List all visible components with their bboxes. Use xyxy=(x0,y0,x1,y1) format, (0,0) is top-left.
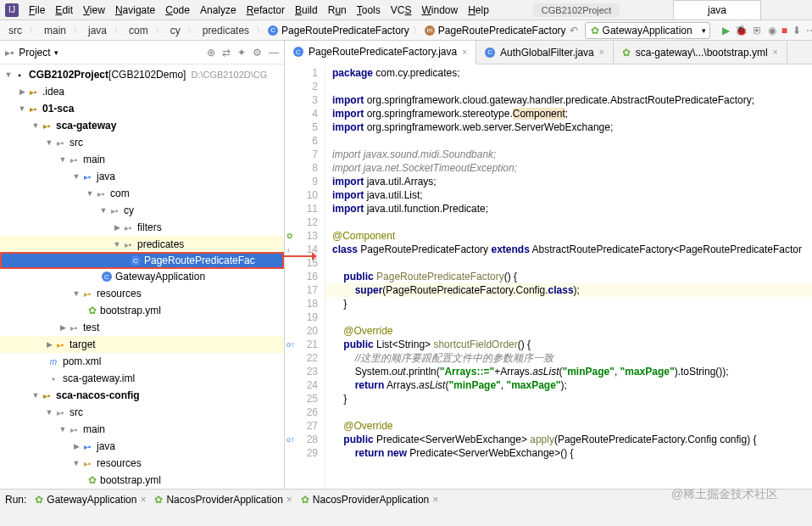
folder-icon: ▸▪ xyxy=(54,137,66,148)
spring-file-icon: ✿ xyxy=(88,305,97,316)
module-icon: ▸▪ xyxy=(41,389,53,401)
expand-icon[interactable]: ⇄ xyxy=(222,47,231,59)
tree-gwapp[interactable]: CGatewayApplication xyxy=(0,268,284,285)
float-tooltip: java xyxy=(673,0,761,20)
close-icon[interactable]: × xyxy=(432,494,438,506)
folder-icon: ▸▪ xyxy=(68,154,80,165)
tree-src2[interactable]: ▸▪src xyxy=(0,404,284,421)
menu-navigate[interactable]: Navigate xyxy=(115,4,155,16)
coverage-icon[interactable]: ⛨ xyxy=(753,25,763,36)
bc-class[interactable]: CPageRoutePredicateFactory xyxy=(268,25,409,36)
menu-build[interactable]: Build xyxy=(295,4,318,16)
close-icon[interactable]: × xyxy=(462,48,467,57)
stop-icon[interactable]: ■ xyxy=(781,25,787,36)
run-icon[interactable]: ▶ xyxy=(722,25,730,36)
tree-idea[interactable]: ▸▪.idea xyxy=(0,83,284,100)
close-icon[interactable]: × xyxy=(773,48,778,57)
run-tab-1[interactable]: ✿GatewayApplication× xyxy=(35,494,146,506)
collapse-icon[interactable]: ✦ xyxy=(237,47,246,59)
folder-icon: ▸▪ xyxy=(68,423,80,435)
breadcrumb-bar: src〉 main〉 java〉 com〉 cy〉 predicates〉 CP… xyxy=(0,20,812,41)
select-opened-icon[interactable]: ⊕ xyxy=(207,47,215,59)
package-icon: ▸▪ xyxy=(108,204,120,216)
menu-edit[interactable]: Edit xyxy=(55,4,73,16)
tree-iml[interactable]: ▪sca-gateway.iml xyxy=(0,370,284,387)
close-icon[interactable]: × xyxy=(140,494,146,506)
run-config-combo[interactable]: ✿ GatewayApplication xyxy=(585,22,710,39)
close-icon[interactable]: × xyxy=(599,48,604,57)
project-tree[interactable]: ▪CGB2102Project [CGB2102Demo]D:\CGB2102D… xyxy=(0,64,284,489)
bc-main[interactable]: main xyxy=(41,23,70,38)
close-icon[interactable]: × xyxy=(286,494,292,506)
tree-gateway[interactable]: ▸▪sca-gateway xyxy=(0,117,284,134)
menu-analyze[interactable]: Analyze xyxy=(200,4,236,16)
method-icon: m xyxy=(425,25,435,36)
resources-icon: ▸▪ xyxy=(81,288,93,299)
bc-method[interactable]: mPageRoutePredicateFactory xyxy=(425,25,566,36)
watermark: @稀土掘金技术社区 xyxy=(671,487,778,502)
tree-resources2[interactable]: ▸▪resources xyxy=(0,455,284,472)
menu-view[interactable]: View xyxy=(83,4,105,16)
debug-icon[interactable]: 🐞 xyxy=(735,25,748,36)
code-content[interactable]: package com.cy.predicates;import org.spr… xyxy=(325,64,812,489)
menu-vcs[interactable]: VCS xyxy=(391,4,412,16)
tree-com[interactable]: ▸▪com xyxy=(0,185,284,202)
tree-java2[interactable]: ▸▪java xyxy=(0,438,284,455)
settings-icon[interactable]: ⚙ xyxy=(253,47,262,59)
menu-help[interactable]: Help xyxy=(468,4,489,16)
tree-bootstrap[interactable]: ✿bootstrap.yml xyxy=(0,302,284,319)
tree-sca[interactable]: ▸▪01-sca xyxy=(0,100,284,117)
class-icon: C xyxy=(102,271,112,282)
more-icon[interactable]: ⋯ xyxy=(806,25,812,36)
menu-run[interactable]: Run xyxy=(328,4,347,16)
tree-cy[interactable]: ▸▪cy xyxy=(0,202,284,219)
tree-predicates[interactable]: ▸▪predicates xyxy=(0,236,284,253)
package-icon: ▸▪ xyxy=(95,187,107,199)
tree-resources[interactable]: ▸▪resources xyxy=(0,285,284,302)
tree-nacos[interactable]: ▸▪sca-nacos-config xyxy=(0,387,284,404)
ide-logo-icon: IJ xyxy=(5,3,19,17)
tree-test[interactable]: ▸▪test xyxy=(0,319,284,336)
tree-bootstrap2[interactable]: ✿bootstrap.yml xyxy=(0,472,284,489)
bc-src[interactable]: src xyxy=(5,23,25,38)
menu-refactor[interactable]: Refactor xyxy=(247,4,285,16)
tree-main2[interactable]: ▸▪main xyxy=(0,421,284,438)
menu-window[interactable]: Window xyxy=(421,4,458,16)
profile-icon[interactable]: ◉ xyxy=(768,25,776,36)
menu-tools[interactable]: Tools xyxy=(357,4,381,16)
bc-predicates[interactable]: predicates xyxy=(199,23,253,38)
spring-icon: ✿ xyxy=(35,494,43,506)
spring-file-icon: ✿ xyxy=(622,47,631,59)
tab-factory[interactable]: CPageRoutePredicateFactory.java× xyxy=(285,41,476,64)
hide-icon[interactable]: — xyxy=(269,47,279,59)
source-folder-icon: ▸▪ xyxy=(81,440,93,452)
tree-target[interactable]: ▸▪target xyxy=(0,336,284,353)
tree-src[interactable]: ▸▪src xyxy=(0,134,284,151)
tab-filter[interactable]: CAuthGlobalFilter.java× xyxy=(476,41,614,64)
tree-root[interactable]: ▪CGB2102Project [CGB2102Demo]D:\CGB2102D… xyxy=(0,66,284,83)
tree-main[interactable]: ▸▪main xyxy=(0,151,284,168)
run-tab-2[interactable]: ✿NacosProviderApplication× xyxy=(154,494,292,506)
folder-icon: ▸▪ xyxy=(27,86,39,98)
bc-java[interactable]: java xyxy=(85,23,110,38)
tree-java[interactable]: ▸▪java xyxy=(0,168,284,185)
gutter[interactable]: 123456789101112✿13↓14151617181920o↑21222… xyxy=(285,64,325,489)
recent-project-tab[interactable]: CGB2102Project xyxy=(533,3,620,17)
menu-file[interactable]: FFileile xyxy=(29,4,45,16)
back-icon[interactable]: ↶ xyxy=(570,25,578,36)
bc-com[interactable]: com xyxy=(125,23,152,38)
git-icon[interactable]: ⬇ xyxy=(793,25,801,36)
project-sidebar: ▸▪ Project ▾ ⊕ ⇄ ✦ ⚙ — ▪CGB2102Project [… xyxy=(0,41,285,489)
tab-yml[interactable]: ✿sca-gateway\...\bootstrap.yml× xyxy=(614,41,787,64)
menu-code[interactable]: Code xyxy=(165,4,190,16)
tree-filters[interactable]: ▸▪filters xyxy=(0,219,284,236)
editor-tabs: CPageRoutePredicateFactory.java× CAuthGl… xyxy=(285,41,812,64)
tree-pom[interactable]: mpom.xml xyxy=(0,353,284,370)
run-tab-3[interactable]: ✿NacosProviderApplication× xyxy=(301,494,438,506)
project-view-icon[interactable]: ▸▪ xyxy=(5,47,14,59)
bc-cy[interactable]: cy xyxy=(167,23,184,38)
tree-factory-selected[interactable]: CPageRoutePredicateFac xyxy=(0,252,284,269)
class-icon: C xyxy=(268,25,278,36)
project-view-title[interactable]: Project ▾ xyxy=(19,47,58,59)
code-editor[interactable]: 123456789101112✿13↓14151617181920o↑21222… xyxy=(285,64,812,489)
